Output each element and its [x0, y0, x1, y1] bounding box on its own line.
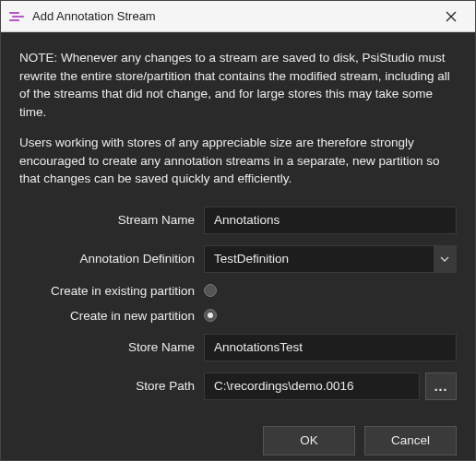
dialog-content: NOTE: Whenever any changes to a stream a…	[1, 32, 475, 415]
dialog-window: Add Annotation Stream NOTE: Whenever any…	[0, 0, 476, 461]
store-path-input[interactable]	[204, 372, 420, 400]
note-text-2: Users working with stores of any appreci…	[19, 134, 457, 188]
app-icon	[8, 8, 25, 25]
create-existing-radio[interactable]	[204, 284, 217, 297]
row-annotation-definition: Annotation Definition TestDefinition	[19, 245, 457, 273]
note-text-1: NOTE: Whenever any changes to a stream a…	[19, 49, 457, 121]
stream-name-input[interactable]	[204, 207, 457, 234]
store-name-label: Store Name	[19, 340, 195, 354]
create-existing-label: Create in existing partition	[19, 284, 195, 298]
titlebar: Add Annotation Stream	[1, 1, 475, 32]
annotation-definition-value: TestDefinition	[205, 246, 434, 271]
annotation-definition-label: Annotation Definition	[19, 252, 195, 266]
browse-button[interactable]: ...	[425, 372, 457, 400]
ok-button[interactable]: OK	[263, 426, 355, 455]
create-new-radio[interactable]	[204, 309, 217, 322]
window-title: Add Annotation Stream	[32, 9, 434, 23]
store-name-input[interactable]	[204, 334, 457, 361]
dialog-footer: OK Cancel	[1, 415, 475, 461]
row-store-name: Store Name	[19, 334, 457, 361]
chevron-down-icon	[434, 246, 456, 272]
stream-name-label: Stream Name	[19, 213, 195, 227]
row-store-path: Store Path ...	[19, 372, 457, 400]
create-new-label: Create in new partition	[19, 309, 195, 323]
close-button[interactable]	[434, 1, 468, 32]
cancel-button[interactable]: Cancel	[364, 426, 457, 455]
form: Stream Name Annotation Definition TestDe…	[19, 207, 457, 400]
row-create-existing: Create in existing partition	[19, 284, 457, 298]
store-path-label: Store Path	[19, 379, 195, 393]
close-icon	[446, 11, 457, 22]
row-stream-name: Stream Name	[19, 207, 457, 234]
annotation-definition-select[interactable]: TestDefinition	[204, 245, 457, 273]
row-create-new: Create in new partition	[19, 309, 457, 323]
